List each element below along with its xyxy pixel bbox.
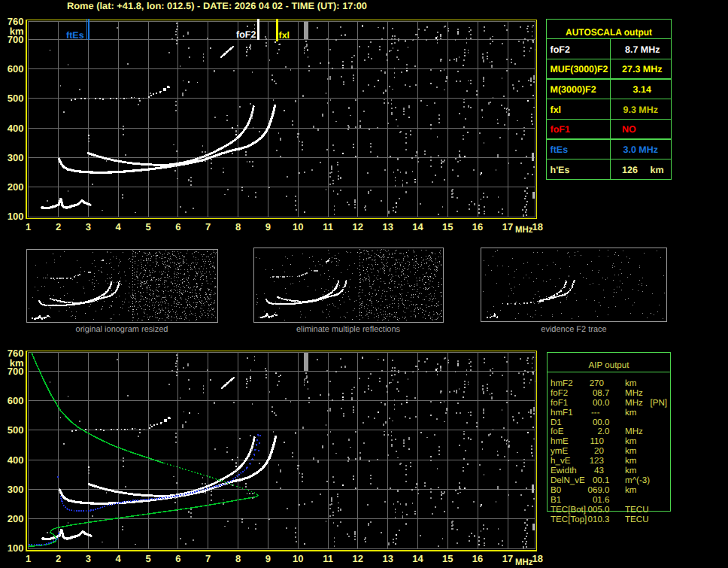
svg-text:10: 10: [293, 221, 303, 232]
svg-text:43: 43: [594, 466, 604, 475]
svg-text:foE: foE: [551, 427, 564, 436]
svg-text:13: 13: [382, 553, 393, 564]
svg-text:11: 11: [323, 221, 333, 232]
svg-text:[PN]: [PN]: [651, 398, 668, 408]
svg-text:00.0: 00.0: [593, 398, 610, 408]
svg-text:12: 12: [353, 553, 363, 564]
svg-text:3.14: 3.14: [633, 84, 651, 95]
svg-text:fxl: fxl: [551, 105, 562, 115]
svg-text:1: 1: [26, 221, 31, 232]
svg-text:12: 12: [353, 221, 363, 232]
svg-text:km: km: [625, 436, 636, 446]
svg-text:evidence F2 trace: evidence F2 trace: [541, 325, 606, 334]
svg-text:2: 2: [56, 553, 61, 564]
svg-text:20: 20: [594, 446, 604, 456]
svg-text:00.0: 00.0: [593, 418, 610, 427]
svg-text:MHz: MHz: [515, 557, 533, 567]
svg-text:MHz: MHz: [625, 388, 643, 398]
svg-text:ftEs: ftEs: [551, 144, 569, 155]
svg-text:16: 16: [472, 221, 483, 232]
svg-text:100: 100: [8, 542, 24, 554]
svg-text:TECU: TECU: [625, 505, 649, 515]
svg-text:km: km: [625, 456, 636, 466]
svg-text:9: 9: [265, 221, 271, 232]
svg-text:7: 7: [205, 221, 211, 232]
svg-text:16: 16: [472, 553, 483, 564]
svg-text:3: 3: [86, 553, 91, 564]
svg-text:km: km: [625, 466, 636, 475]
svg-text:m^(-3): m^(-3): [625, 475, 650, 485]
svg-text:7: 7: [205, 553, 211, 564]
svg-text:ftEs: ftEs: [66, 30, 84, 41]
svg-text:010.3: 010.3: [587, 515, 609, 524]
svg-text:2: 2: [56, 221, 61, 232]
svg-text:15: 15: [442, 221, 453, 232]
svg-text:h_vE: h_vE: [551, 456, 571, 466]
svg-text:original ionogram resized: original ionogram resized: [76, 325, 168, 334]
svg-text:500: 500: [8, 93, 24, 104]
svg-text:14: 14: [412, 553, 423, 564]
svg-text:NO: NO: [622, 124, 636, 135]
svg-text:MHz: MHz: [515, 224, 533, 235]
svg-text:km: km: [651, 165, 664, 175]
svg-text:km: km: [625, 408, 636, 418]
svg-text:17: 17: [502, 221, 513, 232]
svg-text:2.0: 2.0: [597, 427, 609, 436]
svg-text:TECU: TECU: [625, 515, 649, 524]
svg-text:8: 8: [235, 553, 241, 564]
svg-text:00.1: 00.1: [593, 475, 610, 485]
svg-text:18: 18: [532, 221, 543, 232]
svg-text:km: km: [625, 446, 636, 456]
svg-text:B1: B1: [551, 495, 561, 505]
svg-text:700: 700: [8, 34, 24, 45]
svg-text:400: 400: [8, 123, 24, 134]
svg-text:500: 500: [8, 424, 24, 436]
svg-text:eliminate multiple reflections: eliminate multiple reflections: [296, 325, 401, 334]
svg-text:foF1: foF1: [551, 124, 570, 135]
svg-text:h'Es: h'Es: [551, 165, 570, 175]
svg-text:1: 1: [26, 553, 31, 564]
svg-text:ymE: ymE: [551, 446, 568, 456]
svg-text:08.7: 08.7: [593, 388, 610, 398]
svg-text:TEC[Bot]: TEC[Bot]: [551, 505, 586, 515]
svg-text:700: 700: [8, 366, 24, 377]
svg-text:AUTOSCALA output: AUTOSCALA output: [566, 27, 653, 38]
svg-text:hmE: hmE: [551, 436, 569, 446]
svg-text:01.6: 01.6: [593, 495, 610, 505]
svg-text:MHz: MHz: [625, 398, 643, 408]
svg-text:126: 126: [622, 165, 638, 175]
svg-text:MHz: MHz: [625, 427, 643, 436]
svg-text:300: 300: [8, 484, 24, 495]
svg-text:005.0: 005.0: [587, 505, 609, 515]
svg-text:5: 5: [145, 553, 150, 564]
svg-text:6: 6: [175, 221, 180, 232]
svg-text:200: 200: [8, 513, 24, 524]
svg-text:Rome (lat: +41.8, lon: 012.5): Rome (lat: +41.8, lon: 012.5) - DATE: 20…: [67, 1, 367, 11]
svg-text:9.3 MHz: 9.3 MHz: [623, 105, 659, 115]
svg-text:M(3000)F2: M(3000)F2: [551, 84, 596, 95]
svg-text:15: 15: [442, 553, 453, 564]
svg-text:km: km: [625, 378, 636, 388]
svg-text:4: 4: [116, 221, 122, 232]
svg-text:200: 200: [8, 181, 24, 193]
svg-text:8: 8: [235, 221, 241, 232]
svg-text:600: 600: [8, 395, 24, 406]
svg-text:13: 13: [382, 221, 393, 232]
svg-text:8.7 MHz: 8.7 MHz: [625, 44, 660, 55]
svg-text:5: 5: [145, 221, 150, 232]
svg-text:18: 18: [532, 553, 543, 564]
svg-text:100: 100: [8, 211, 24, 222]
svg-text:10: 10: [293, 553, 303, 564]
svg-text:600: 600: [8, 63, 24, 74]
svg-text:6: 6: [175, 553, 180, 564]
svg-text:14: 14: [412, 221, 423, 232]
svg-text:3.0 MHz: 3.0 MHz: [623, 144, 659, 155]
svg-text:foF1: foF1: [551, 398, 568, 408]
svg-text:069.0: 069.0: [587, 485, 609, 495]
svg-text:300: 300: [8, 152, 24, 163]
svg-text:foF2: foF2: [236, 29, 256, 40]
svg-text:fxl: fxl: [279, 30, 290, 41]
svg-text:Ewidth: Ewidth: [551, 466, 577, 475]
svg-text:D1: D1: [551, 418, 562, 427]
svg-text:TEC[Top]: TEC[Top]: [551, 515, 587, 524]
